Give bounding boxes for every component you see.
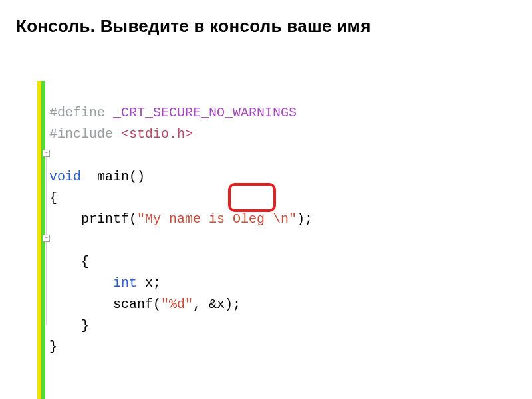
main-signature: main() [81,169,145,184]
indent-dots [49,297,113,312]
indent-dots [49,211,81,227]
include-directive: #include [49,126,121,142]
define-directive: #define [49,105,113,120]
include-header: <stdio.h> [121,126,193,142]
close-brace-main: } [49,339,57,354]
indent-dots [49,318,81,333]
var-decl: x; [137,275,161,291]
int-keyword: int [113,275,137,291]
scanf-close: , &x); [193,297,241,312]
open-brace-inner: { [81,254,89,269]
open-brace-main: { [49,190,57,205]
name-highlight-box [228,183,276,212]
printf-close: ); [297,211,313,227]
scanf-call: scanf( [113,297,161,312]
slide-title: Консоль. Выведите в консоль ваше имя [0,0,532,37]
scanf-format: "%d" [161,297,193,312]
printf-call: printf( [81,211,137,227]
code-block: #define _CRT_SECURE_NO_WARNINGS #include… [37,81,463,399]
string-literal-name: Oleg [233,211,273,227]
string-literal-a: "My name is [137,211,233,227]
indent-dots [49,275,113,291]
indent-dots [49,254,81,269]
fold-guide-line [46,157,47,325]
macro-name: _CRT_SECURE_NO_WARNINGS [113,105,297,120]
void-keyword: void [49,169,81,184]
code-content: #define _CRT_SECURE_NO_WARNINGS #include… [45,81,313,399]
string-literal-b: \n" [273,211,297,227]
close-brace-inner: } [81,318,89,333]
